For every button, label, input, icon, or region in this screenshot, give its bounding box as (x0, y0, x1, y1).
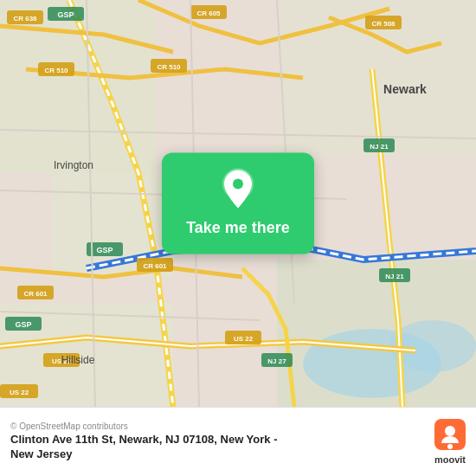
svg-text:NJ 27: NJ 27 (267, 357, 286, 365)
svg-text:NJ 21: NJ 21 (370, 143, 389, 151)
svg-text:Irvington: Irvington (54, 159, 93, 171)
moovit-logo: moovit (434, 419, 466, 465)
svg-text:Hillside: Hillside (61, 354, 95, 366)
svg-text:GSP: GSP (57, 10, 74, 19)
svg-text:CR 601: CR 601 (143, 262, 167, 270)
osm-credit: © OpenStreetMap contributors (10, 421, 421, 431)
svg-text:US 22: US 22 (234, 335, 254, 343)
svg-text:CR 510: CR 510 (157, 63, 181, 71)
address-block: © OpenStreetMap contributors Clinton Ave… (10, 421, 428, 462)
svg-text:GSP: GSP (15, 320, 31, 329)
svg-text:CR 510: CR 510 (44, 67, 68, 74)
svg-text:Newark: Newark (383, 82, 427, 96)
svg-text:CR 605: CR 605 (196, 10, 221, 17)
bottom-bar: © OpenStreetMap contributors Clinton Ave… (0, 407, 476, 476)
svg-text:CR 638: CR 638 (13, 15, 37, 23)
moovit-text: moovit (434, 454, 466, 465)
svg-text:CR 601: CR 601 (23, 290, 48, 298)
svg-text:CR 508: CR 508 (371, 20, 396, 28)
address-text: Clinton Ave 11th St, Newark, NJ 07108, N… (10, 433, 428, 462)
map-area: GSP GSP CR 638 CR 605 CR 510 CR 510 CR 5… (0, 0, 476, 407)
take-me-card[interactable]: Take me there (162, 153, 314, 254)
svg-text:NJ 21: NJ 21 (385, 273, 404, 280)
moovit-icon (434, 419, 466, 450)
svg-text:GSP: GSP (96, 246, 113, 254)
svg-text:US 22: US 22 (10, 389, 29, 396)
svg-point-53 (233, 179, 243, 190)
svg-point-56 (447, 444, 453, 449)
take-me-label: Take me there (186, 219, 290, 237)
svg-point-55 (445, 426, 455, 436)
location-pin-icon (219, 167, 257, 212)
